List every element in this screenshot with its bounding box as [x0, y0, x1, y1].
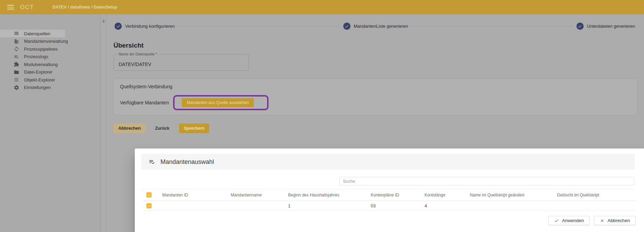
folder-icon — [14, 69, 19, 75]
sidebar-item-label: Datenquellen — [24, 31, 50, 36]
step-label: MandantenListe generieren — [354, 24, 408, 29]
grid-icon — [14, 77, 19, 82]
sync-icon — [14, 46, 19, 52]
puzzle-icon — [14, 62, 19, 67]
sidebar-item-label: Prozesslogs — [24, 54, 48, 59]
column-header: Kontolänge — [425, 193, 470, 197]
sidebar-item-prozesslogs[interactable]: Prozesslogs — [0, 53, 100, 61]
close-icon — [600, 218, 605, 223]
datasource-name-input[interactable] — [114, 54, 249, 70]
select-all-checkbox[interactable] — [146, 192, 152, 197]
sidebar-item-label: Mandantenverwaltung — [24, 39, 68, 44]
list-icon — [14, 31, 19, 36]
sidebar-resize-gutter: ‖ — [101, 14, 106, 232]
column-header: Kontenpläne ID — [371, 193, 425, 197]
step-label: Verbindung konfigurieren — [125, 24, 175, 29]
dialog-actions: Anwenden Abbrechen — [548, 216, 636, 225]
sidebar-item-mandantenverwaltung[interactable]: Mandantenverwaltung — [0, 38, 100, 45]
mandantenauswahl-dialog: Mandantenauswahl Mandanten ID Mandantenn… — [135, 149, 644, 232]
breadcrumb: DATEV / dataflows / DatevSetup — [52, 5, 117, 10]
select-clients-button[interactable]: Mandanten aus Quelle auswählen — [182, 98, 253, 107]
dialog-cancel-button[interactable]: Abbrechen — [594, 216, 636, 225]
back-button[interactable]: Zurück — [149, 124, 176, 133]
sidebar-item-modulverwaltung[interactable]: Modulverwaltung — [0, 61, 100, 68]
sidebar-item-label: Datei-Explorer — [24, 69, 52, 75]
annotation-highlight-box: Mandanten aus Quelle auswählen — [173, 95, 268, 110]
cell-beginn-haushaltsjahr: 1 — [288, 203, 371, 208]
step-verbindung-konfigurieren[interactable]: Verbindung konfigurieren — [115, 23, 175, 30]
table-header-row: Mandanten ID Mandantenname Beginn des Ha… — [143, 189, 636, 201]
step-connector — [178, 26, 340, 26]
check-icon — [554, 218, 559, 223]
column-header: Mandantenname — [231, 193, 288, 197]
cancel-button-label: Abbrechen — [608, 218, 630, 223]
sidebar-item-datei-explorer[interactable]: Datei-Explorer — [0, 68, 100, 76]
resize-handle-icon[interactable]: ‖ — [101, 19, 106, 23]
dialog-title: Mandantenauswahl — [160, 158, 214, 166]
gear-icon — [14, 85, 19, 90]
playlist-check-icon — [148, 158, 155, 165]
cell-kontolaenge: 4 — [425, 203, 470, 208]
wizard-stepper: Verbindung konfigurieren MandantenListe … — [106, 14, 644, 30]
building-icon — [14, 39, 19, 44]
form-actions: Abbrechen Zurück Speichern — [114, 124, 644, 133]
apply-button[interactable]: Anwenden — [548, 216, 590, 225]
clients-table: Mandanten ID Mandantenname Beginn des Ha… — [143, 189, 636, 211]
sidebar-item-einstellungen[interactable]: Einstellungen — [0, 84, 100, 91]
sidebar-item-label: Prozesspipelines — [24, 47, 58, 52]
cell-kontenplaene-id: 03 — [371, 203, 425, 208]
column-header: Name im Quellskript geändert — [470, 193, 557, 197]
panel-title: Quellsystem-Verbindung — [120, 84, 631, 89]
playlist-check-icon — [14, 54, 19, 60]
source-connection-panel: Quellsystem-Verbindung Verfügbare Mandan… — [114, 78, 638, 115]
table-row[interactable]: 1 03 4 — [143, 201, 636, 211]
step-completed-icon — [576, 23, 584, 30]
sidebar-item-label: Modulverwaltung — [24, 62, 58, 67]
apply-button-label: Anwenden — [562, 218, 584, 223]
sidebar: Datenquellen Mandantenverwaltung Prozess… — [0, 14, 101, 232]
search-row — [141, 177, 634, 189]
step-connector — [412, 26, 573, 26]
sidebar-item-label: Objekt-Explorer — [24, 77, 55, 82]
top-app-bar: OCT DATEV / dataflows / DatevSetup — [0, 0, 644, 14]
column-header: Mandanten ID — [162, 193, 231, 197]
cancel-button[interactable]: Abbrechen — [114, 124, 145, 133]
search-input[interactable] — [339, 177, 634, 185]
page-title: Übersicht — [114, 42, 644, 49]
sidebar-item-label: Einstellungen — [24, 85, 51, 90]
sidebar-item-datenquellen[interactable]: Datenquellen — [0, 30, 65, 37]
datasource-name-label: Name der Datenquelle * — [117, 52, 158, 56]
step-label: Unterdateien generieren — [587, 24, 635, 29]
menu-icon[interactable] — [7, 5, 14, 10]
column-header: Gelöscht im Quellskript — [557, 193, 636, 197]
app-window: OCT DATEV / dataflows / DatevSetup Daten… — [0, 0, 644, 232]
sidebar-item-prozesspipelines[interactable]: Prozesspipelines — [0, 45, 100, 53]
sidebar-item-objekt-explorer[interactable]: Objekt-Explorer — [0, 76, 100, 83]
datasource-name-field: Name der Datenquelle * — [114, 54, 249, 71]
step-mandantenliste-generieren[interactable]: MandantenListe generieren — [343, 23, 408, 30]
step-completed-icon — [343, 23, 350, 30]
available-clients-label: Verfügbare Mandanten — [120, 100, 169, 105]
save-button[interactable]: Speichern — [179, 124, 209, 133]
step-completed-icon — [115, 23, 122, 30]
dialog-header: Mandantenauswahl — [141, 154, 635, 170]
app-title: OCT — [20, 4, 34, 11]
row-checkbox[interactable] — [146, 203, 152, 208]
column-header: Beginn des Haushaltsjahres — [288, 193, 371, 197]
step-unterdateien-generieren[interactable]: Unterdateien generieren — [576, 23, 635, 30]
